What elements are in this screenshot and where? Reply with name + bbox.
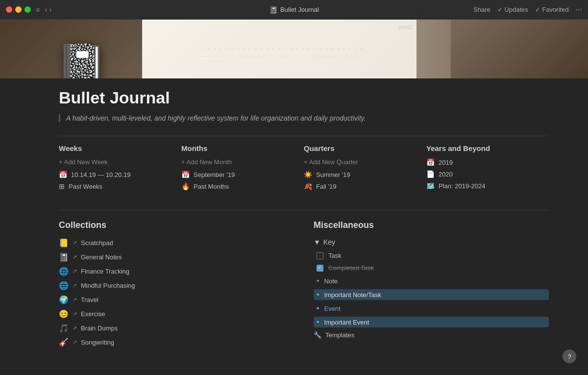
blue-bullet-icon: •	[317, 290, 319, 299]
header-writing-area: WINS	[142, 20, 416, 78]
year-2019-item[interactable]: 📅 2019	[426, 158, 539, 166]
miscellaneous-section: Miscellaneous ▼ Key Task Completed Task …	[314, 220, 549, 352]
link-arrow-icon: ↗	[73, 240, 77, 246]
event-bullet-icon: •	[317, 304, 319, 313]
add-quarter-button[interactable]: + Add New Quarter	[304, 158, 416, 166]
chevron-down-icon: ▼	[314, 238, 320, 246]
exercise-item[interactable]: 😊 ↗ Exercise	[59, 309, 294, 319]
travel-item[interactable]: 🌍 ↗ Travel	[59, 295, 294, 304]
header-image: WINS 📓	[0, 20, 588, 78]
current-week-item[interactable]: 📅 10.14.19 — 10.20.19	[59, 171, 172, 178]
travel-icon: 🌍	[59, 295, 69, 304]
fire-icon: 🔥	[181, 182, 190, 190]
plan-item[interactable]: 🗺️ Plan: 2019-2024	[426, 182, 539, 190]
purchasing-icon: 🌐	[59, 281, 69, 290]
bottom-grid: Collections 📒 ↗ Scratchpad 📓 ↗ General N…	[59, 210, 549, 352]
miscellaneous-title: Miscellaneous	[314, 220, 549, 230]
weeks-section: Weeks + Add New Week 📅 10.14.19 — 10.20.…	[59, 144, 181, 194]
important-event-bullet-icon: •	[317, 318, 319, 326]
link-arrow-icon: ↗	[73, 325, 77, 331]
window-title: 📓 Bullet Journal	[269, 6, 319, 14]
task-checkbox-icon	[317, 252, 323, 259]
calendar-icon: 📅	[59, 171, 67, 178]
years-title: Years and Beyond	[426, 144, 539, 152]
notion-icon: 📓	[269, 6, 277, 14]
key-event-item: • Event	[314, 303, 549, 314]
exercise-icon: 😊	[59, 309, 69, 319]
help-button[interactable]: ?	[563, 350, 576, 363]
forward-button[interactable]: ›	[49, 5, 52, 14]
page-title: Bullet Journal	[59, 88, 549, 107]
minimize-button[interactable]	[15, 6, 22, 13]
bullet-icon: •	[317, 276, 319, 285]
link-arrow-icon: ↗	[73, 254, 77, 260]
close-button[interactable]	[6, 6, 12, 13]
key-important-event-item: • Important Event	[314, 317, 549, 327]
songwriting-icon: 🎸	[59, 338, 69, 347]
link-arrow-icon: ↗	[73, 311, 77, 317]
key-header[interactable]: ▼ Key	[314, 238, 549, 246]
years-section: Years and Beyond 📅 2019 📄 2020 🗺️ Plan: …	[426, 144, 549, 194]
add-month-button[interactable]: + Add New Month	[181, 158, 294, 166]
completed-checkbox-icon	[317, 265, 323, 272]
sun-icon: ☀️	[304, 171, 312, 178]
back-button[interactable]: ‹	[45, 5, 47, 14]
leaf-icon: 🍂	[304, 182, 312, 190]
favorited-button[interactable]: ✓ Favorited	[535, 6, 569, 13]
more-button[interactable]: ···	[576, 5, 582, 14]
past-weeks-item[interactable]: ⊞ Past Weeks	[59, 182, 172, 190]
months-title: Months	[181, 144, 294, 152]
collections-title: Collections	[59, 220, 294, 230]
window-title-text: Bullet Journal	[280, 6, 319, 13]
mindful-purchasing-item[interactable]: 🌐 ↗ Mindful Purchasing	[59, 281, 294, 290]
map-icon: 🗺️	[426, 182, 435, 190]
finance-tracking-item[interactable]: 🌐 ↗ Finance Tracking	[59, 267, 294, 276]
quarters-section: Quarters + Add New Quarter ☀️ Summer '19…	[304, 144, 426, 194]
link-arrow-icon: ↗	[73, 339, 77, 346]
key-note-item: • Note	[314, 275, 549, 286]
maximize-button[interactable]	[24, 6, 31, 13]
key-task-item: Task	[314, 251, 549, 260]
weeks-title: Weeks	[59, 144, 172, 152]
nav-arrows: ‹ ›	[45, 5, 52, 14]
summer-quarter-item[interactable]: ☀️ Summer '19	[304, 171, 416, 178]
year-2020-item[interactable]: 📄 2020	[426, 170, 539, 178]
grid-icon: ⊞	[59, 182, 65, 190]
calendar-2019-icon: 📅	[426, 158, 435, 166]
key-completed-task-item: Completed Task	[314, 263, 549, 273]
page-subtitle: A habit-driven, multi-leveled, and highl…	[59, 114, 549, 122]
notebook-cover: 📓	[56, 41, 106, 78]
notes-icon: 📓	[59, 252, 69, 262]
general-notes-item[interactable]: 📓 ↗ General Notes	[59, 252, 294, 262]
key-important-note-item: • Important Note/Task	[314, 289, 549, 300]
fall-quarter-item[interactable]: 🍂 Fall '19	[304, 182, 416, 190]
scratchpad-item[interactable]: 📒 ↗ Scratchpad	[59, 238, 294, 248]
share-button[interactable]: Share	[473, 6, 490, 13]
hamburger-icon[interactable]: ≡	[36, 6, 40, 14]
september-item[interactable]: 📅 September '19	[181, 171, 294, 178]
link-arrow-icon: ↗	[73, 282, 77, 289]
brain-icon: 🎵	[59, 324, 69, 333]
quarters-title: Quarters	[304, 144, 416, 152]
window-actions: Share ✓ Updates ✓ Favorited ···	[473, 5, 582, 14]
add-week-button[interactable]: + Add New Week	[59, 158, 172, 166]
templates-icon: 🔧	[314, 331, 321, 339]
link-arrow-icon: ↗	[73, 268, 77, 275]
sections-grid: Weeks + Add New Week 📅 10.14.19 — 10.20.…	[59, 136, 549, 194]
brain-dumps-item[interactable]: 🎵 ↗ Brain Dumps	[59, 324, 294, 333]
songwriting-item[interactable]: 🎸 ↗ Songwriting	[59, 338, 294, 347]
doc-2020-icon: 📄	[426, 170, 435, 178]
collections-section: Collections 📒 ↗ Scratchpad 📓 ↗ General N…	[59, 220, 294, 352]
link-arrow-icon: ↗	[73, 297, 77, 303]
window-controls-left: ≡ ‹ ›	[6, 5, 52, 14]
window-chrome: ≡ ‹ › 📓 Bullet Journal Share ✓ Updates ✓…	[0, 0, 588, 20]
calendar-month-icon: 📅	[181, 171, 190, 178]
main-content: Bullet Journal A habit-driven, multi-lev…	[0, 78, 588, 375]
templates-item[interactable]: 🔧 Templates	[314, 331, 549, 339]
finance-icon: 🌐	[59, 267, 69, 276]
traffic-lights	[6, 6, 31, 13]
past-months-item[interactable]: 🔥 Past Months	[181, 182, 294, 190]
updates-button[interactable]: ✓ Updates	[497, 6, 528, 13]
scratchpad-icon: 📒	[59, 238, 69, 248]
months-section: Months + Add New Month 📅 September '19 🔥…	[181, 144, 304, 194]
